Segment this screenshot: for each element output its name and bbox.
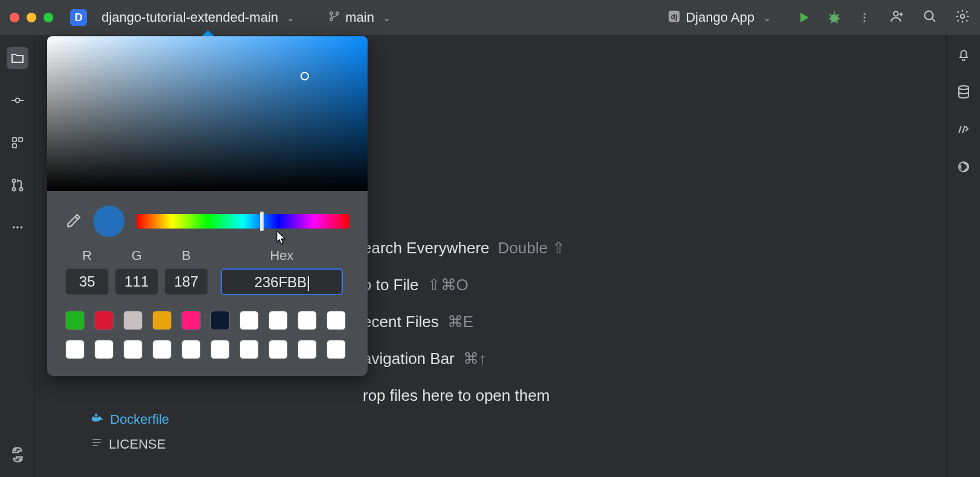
- chevron-down-icon: ⌄: [763, 12, 771, 24]
- right-tool-stripe: [946, 35, 980, 477]
- more-actions-button[interactable]: [857, 10, 872, 25]
- hint-shortcut: ⇧⌘O: [427, 276, 469, 294]
- svg-point-1: [330, 18, 333, 21]
- chevron-down-icon: ⌄: [383, 12, 391, 24]
- minimize-window-button[interactable]: [27, 13, 36, 22]
- color-preview: [93, 206, 125, 237]
- file-label: LICENSE: [109, 436, 166, 452]
- svg-point-12: [15, 99, 19, 103]
- svg-point-20: [16, 226, 19, 229]
- branch-icon: [328, 10, 340, 25]
- hue-thumb[interactable]: [260, 212, 264, 231]
- run-button[interactable]: [796, 10, 812, 25]
- sv-cursor: [300, 72, 309, 80]
- search-icon[interactable]: [922, 8, 938, 27]
- tree-file-license[interactable]: LICENSE: [91, 436, 169, 452]
- project-tool-button[interactable]: [7, 47, 28, 69]
- debug-button[interactable]: [826, 10, 842, 25]
- editor-empty-hints: earch Everywhere Double ⇧ o to File ⇧⌘O …: [363, 239, 565, 405]
- swatch-11[interactable]: [94, 340, 114, 359]
- swatch-17[interactable]: [268, 340, 288, 359]
- swatch-13[interactable]: [152, 340, 172, 359]
- swatch-7[interactable]: [268, 311, 288, 330]
- structure-tool-button[interactable]: [7, 132, 28, 154]
- services-tool-button[interactable]: [956, 160, 971, 177]
- swatch-3[interactable]: [152, 311, 172, 330]
- eyedropper-button[interactable]: [65, 213, 81, 229]
- swatch-1[interactable]: [94, 311, 114, 330]
- close-window-button[interactable]: [10, 13, 19, 22]
- saturation-value-field[interactable]: [47, 36, 368, 191]
- hint-navigation-bar: avigation Bar ⌘↑: [363, 349, 565, 368]
- color-picker-popup: R 35 G 111 B 187 Hex 236FBB: [47, 36, 368, 376]
- svg-point-10: [924, 11, 933, 19]
- hex-input[interactable]: 236FBB: [221, 268, 343, 295]
- hint-recent-files: ecent Files ⌘E: [363, 313, 565, 331]
- hint-label: avigation Bar: [363, 349, 455, 368]
- file-label: Dockerfile: [110, 412, 169, 427]
- maximize-window-button[interactable]: [44, 13, 53, 22]
- hue-slider[interactable]: [137, 214, 349, 229]
- hint-label: ecent Files: [363, 313, 439, 331]
- window-controls: [10, 13, 53, 22]
- svg-rect-14: [18, 138, 22, 141]
- svg-point-2: [336, 12, 339, 15]
- swatch-9[interactable]: [326, 311, 346, 330]
- hint-shortcut: ⌘↑: [463, 349, 487, 368]
- swatch-2[interactable]: [123, 311, 143, 330]
- commit-tool-button[interactable]: [7, 89, 28, 111]
- r-input[interactable]: 35: [65, 268, 109, 295]
- python-console-tool-button[interactable]: [8, 446, 27, 466]
- svg-point-22: [959, 86, 969, 89]
- swatch-10[interactable]: [65, 340, 85, 359]
- swatch-4[interactable]: [181, 311, 201, 330]
- chevron-down-icon: ⌄: [287, 12, 294, 24]
- swatch-5[interactable]: [210, 311, 230, 330]
- svg-point-9: [894, 11, 898, 16]
- hint-search-everywhere: earch Everywhere Double ⇧: [363, 239, 565, 258]
- run-config-dropdown[interactable]: dj Django App ⌄: [663, 7, 779, 28]
- text-caret: [308, 276, 309, 291]
- svg-point-17: [12, 188, 15, 191]
- g-input[interactable]: 111: [115, 268, 158, 295]
- hex-value: 236FBB: [255, 274, 307, 290]
- hex-label: Hex: [270, 248, 293, 264]
- settings-icon[interactable]: [955, 8, 970, 27]
- code-with-me-icon[interactable]: [889, 8, 905, 27]
- project-dropdown[interactable]: django-tutorial-extended-main ⌄: [97, 7, 303, 28]
- svg-text:dj: dj: [671, 13, 678, 21]
- b-input[interactable]: 187: [164, 268, 208, 295]
- docker-icon: [91, 411, 104, 428]
- hint-label: earch Everywhere: [363, 239, 490, 258]
- swatch-12[interactable]: [123, 340, 143, 359]
- swatch-15[interactable]: [210, 340, 230, 359]
- tree-file-dockerfile[interactable]: Dockerfile: [91, 411, 169, 428]
- project-badge: D: [70, 9, 87, 26]
- svg-point-8: [863, 20, 865, 22]
- project-name: django-tutorial-extended-main: [102, 10, 278, 25]
- swatch-0[interactable]: [65, 311, 85, 330]
- svg-point-16: [12, 180, 15, 183]
- django-icon: dj: [667, 10, 681, 25]
- b-label: B: [182, 248, 191, 264]
- database-tool-button[interactable]: [956, 85, 971, 102]
- swatch-18[interactable]: [297, 340, 317, 359]
- more-tools-button[interactable]: [7, 216, 28, 238]
- swatch-16[interactable]: [239, 340, 259, 359]
- title-bar: D django-tutorial-extended-main ⌄ main ⌄…: [0, 0, 980, 35]
- endpoints-tool-button[interactable]: [956, 122, 971, 139]
- svg-point-11: [961, 15, 965, 19]
- swatch-19[interactable]: [326, 340, 346, 359]
- branch-name: main: [345, 10, 374, 25]
- pull-requests-tool-button[interactable]: [7, 174, 28, 196]
- swatch-8[interactable]: [297, 311, 317, 330]
- hint-label: rop files here to open them: [363, 386, 550, 405]
- svg-point-29: [19, 459, 21, 460]
- notifications-tool-button[interactable]: [956, 47, 971, 64]
- g-label: G: [131, 248, 141, 264]
- svg-point-5: [831, 15, 838, 22]
- svg-rect-13: [12, 138, 16, 141]
- swatch-14[interactable]: [181, 340, 201, 359]
- vcs-branch-dropdown[interactable]: main ⌄: [323, 7, 399, 28]
- swatch-6[interactable]: [239, 311, 259, 330]
